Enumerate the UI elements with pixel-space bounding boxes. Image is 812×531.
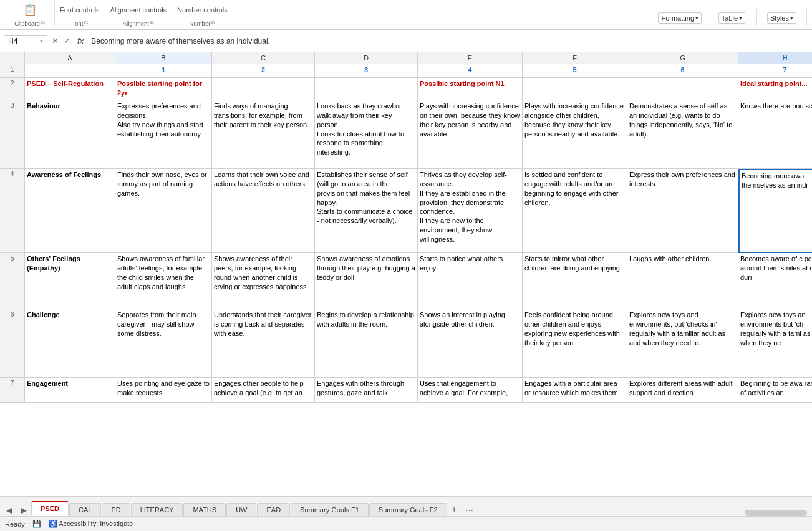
tab-maths[interactable]: MATHS (183, 503, 226, 516)
cell-a4[interactable]: Awareness of Feelings (25, 169, 115, 253)
cell-a6[interactable]: Challenge (25, 309, 115, 378)
row-num-1: 1 (0, 64, 25, 78)
tab-literacy[interactable]: LITERACY (131, 503, 183, 516)
cell-f5[interactable]: Starts to mirror what other children are… (523, 253, 627, 309)
row-num-5: 5 (0, 253, 25, 309)
horizontal-scrollbar[interactable] (745, 510, 807, 516)
row-num-6: 6 (0, 309, 25, 378)
cell-f1[interactable]: 5 (523, 64, 627, 78)
tab-summary-f2[interactable]: Summary Goals F2 (369, 503, 447, 516)
col-header-b[interactable]: B (115, 52, 212, 64)
cell-h4[interactable]: Becoming more awa themselves as an indi (738, 169, 812, 253)
cell-c1[interactable]: 2 (212, 64, 315, 78)
cell-e4[interactable]: Thrives as they develop self-assurance.I… (418, 169, 523, 253)
cell-c5[interactable]: Shows awareness of their peers, for exam… (212, 253, 315, 309)
ribbon-group-styles: Styles ▾ (757, 9, 807, 27)
cell-g4[interactable]: Express their own preferences and intere… (627, 169, 738, 253)
cell-b6[interactable]: Separates from their main caregiver - ma… (115, 309, 212, 378)
tab-psed[interactable]: PSED (31, 501, 69, 516)
cell-a5[interactable]: Others' Feelings (Empathy) (25, 253, 115, 309)
cell-g6[interactable]: Explores new toys and environments, but … (627, 309, 738, 378)
tab-add-btn[interactable]: + (448, 502, 461, 516)
col-header-c[interactable]: C (212, 52, 315, 64)
tab-more-btn[interactable]: ⋯ (462, 504, 477, 516)
col-header-h[interactable]: H (738, 52, 812, 64)
tab-ead[interactable]: EAD (257, 503, 290, 516)
cell-h2[interactable]: Ideal starting point... (738, 78, 812, 100)
cell-c7[interactable]: Engages other people to help achieve a g… (212, 378, 315, 403)
ribbon-group-number: Number controls Number ⧉ (172, 1, 233, 27)
cell-f6[interactable]: Feels confident being around other child… (523, 309, 627, 378)
cell-e3[interactable]: Plays with increasing confidence on thei… (418, 100, 523, 169)
cell-b5[interactable]: Shows awareness of familiar adults' feel… (115, 253, 212, 309)
cell-d5[interactable]: Shows awareness of emotions through thei… (315, 253, 418, 309)
formula-cancel-btn[interactable]: ✕ (50, 36, 60, 46)
table-dropdown[interactable]: Table ▾ (718, 12, 745, 24)
cell-e7[interactable]: Uses that engagement to achieve a goal. … (418, 378, 523, 403)
col-header-a[interactable]: A (25, 52, 115, 64)
font-expander[interactable]: ⧉ (84, 20, 88, 26)
cell-a7[interactable]: Engagement (25, 378, 115, 403)
cell-ref-value: H4 (8, 37, 17, 45)
col-header-e[interactable]: E (418, 52, 523, 64)
cell-f7[interactable]: Engages with a particular area or resour… (523, 378, 627, 403)
cell-a3[interactable]: Behaviour (25, 100, 115, 169)
tab-pd[interactable]: PD (102, 503, 130, 516)
cell-d3[interactable]: Looks back as they crawl or walk away fr… (315, 100, 418, 169)
cell-h1[interactable]: 7 (738, 64, 812, 78)
cell-g3[interactable]: Demonstrates a sense of self as an indiv… (627, 100, 738, 169)
cell-a2[interactable]: PSED – Self-Regulation (25, 78, 115, 100)
cell-b4[interactable]: Finds their own nose, eyes or tummy as p… (115, 169, 212, 253)
cell-e2[interactable]: Possible starting point N1 (418, 78, 523, 100)
cell-d1[interactable]: 3 (315, 64, 418, 78)
col-header-f[interactable]: F (523, 52, 627, 64)
styles-dropdown[interactable]: Styles ▾ (767, 12, 796, 24)
sheet-container[interactable]: A B C D E F G H 1 1 2 3 4 5 6 7 2 PSED –… (0, 52, 812, 496)
cell-h7[interactable]: Beginning to be awa range of activities … (738, 378, 812, 403)
tab-cal[interactable]: CAL (69, 503, 101, 516)
cell-f2[interactable] (523, 78, 627, 100)
cell-b3[interactable]: Expresses preferences and decisions.Also… (115, 100, 212, 169)
cell-d2[interactable] (315, 78, 418, 100)
accessibility-label[interactable]: ♿ Accessibility: Investigate (49, 520, 133, 528)
formatting-dropdown[interactable]: Formatting ▾ (658, 12, 702, 24)
col-header-g[interactable]: G (627, 52, 738, 64)
cell-b7[interactable]: Uses pointing and eye gaze to make reque… (115, 378, 212, 403)
cell-g7[interactable]: Explores different areas with adult supp… (627, 378, 738, 403)
cell-f4[interactable]: Is settled and confident to engage with … (523, 169, 627, 253)
tab-nav-next[interactable]: ▶ (17, 504, 31, 516)
cell-h5[interactable]: Becomes aware of c people around them sm… (738, 253, 812, 309)
number-expander[interactable]: ⧉ (211, 20, 215, 26)
tab-uw[interactable]: UW (226, 503, 256, 516)
cell-d6[interactable]: Begins to develop a relationship with ad… (315, 309, 418, 378)
cell-d4[interactable]: Establishes their sense of self (will go… (315, 169, 418, 253)
cell-h3[interactable]: Knows there are bou school. (738, 100, 812, 169)
formula-confirm-btn[interactable]: ✓ (62, 36, 72, 46)
cell-b2[interactable]: Possible starting point for 2yr (115, 78, 212, 100)
cell-h6[interactable]: Explores new toys an environments but 'c… (738, 309, 812, 378)
cell-e1[interactable]: 4 (418, 64, 523, 78)
cell-a1[interactable] (25, 64, 115, 78)
cell-c2[interactable] (212, 78, 315, 100)
tab-nav-prev[interactable]: ◀ (2, 504, 16, 516)
tab-summary-f1[interactable]: Summary Goals F1 (291, 503, 369, 516)
cell-reference-box[interactable]: H4 ▾ (4, 35, 47, 47)
clipboard-btn[interactable]: 📋 (21, 2, 39, 18)
col-header-d[interactable]: D (315, 52, 418, 64)
cell-f3[interactable]: Plays with increasing confidence alongsi… (523, 100, 627, 169)
cell-e6[interactable]: Shows an interest in playing alongside o… (418, 309, 523, 378)
cell-d7[interactable]: Engages with others through gestures, ga… (315, 378, 418, 403)
formula-input[interactable] (89, 36, 808, 47)
clipboard-expander[interactable]: ⧉ (41, 20, 45, 26)
cell-g5[interactable]: Laughs with other children. (627, 253, 738, 309)
cell-c6[interactable]: Understands that their caregiver is comi… (212, 309, 315, 378)
cell-e5[interactable]: Starts to notice what others enjoy. (418, 253, 523, 309)
cell-g1[interactable]: 6 (627, 64, 738, 78)
ribbon-right: Formatting ▾ Table ▾ Styles ▾ (653, 9, 807, 27)
cell-g2[interactable] (627, 78, 738, 100)
alignment-expander[interactable]: ⧉ (150, 20, 154, 26)
ribbon-group-table: Table ▾ (707, 9, 757, 27)
cell-c3[interactable]: Finds ways of managing transitions, for … (212, 100, 315, 169)
cell-b1[interactable]: 1 (115, 64, 212, 78)
cell-c4[interactable]: Learns that their own voice and actions … (212, 169, 315, 253)
